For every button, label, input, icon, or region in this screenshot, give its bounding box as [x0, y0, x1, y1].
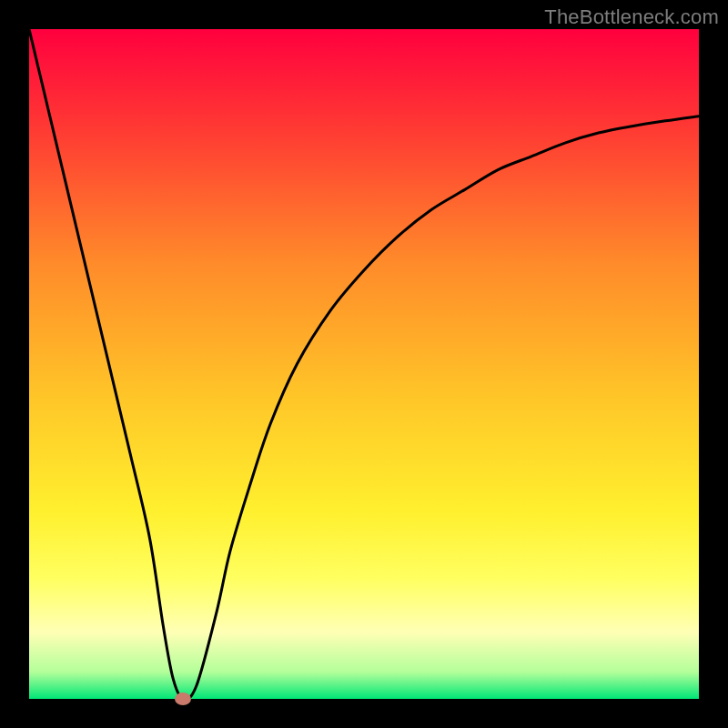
chart-frame: TheBottleneck.com — [0, 0, 728, 728]
watermark-text: TheBottleneck.com — [544, 5, 719, 29]
minimum-marker — [175, 693, 191, 705]
bottleneck-curve — [29, 29, 699, 699]
chart-plot-area — [29, 29, 699, 699]
